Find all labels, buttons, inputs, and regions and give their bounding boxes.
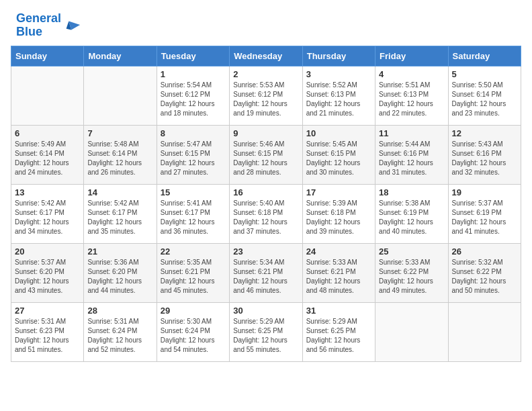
day-info: Sunrise: 5:46 AM Sunset: 6:15 PM Dayligh… [233, 140, 298, 177]
calendar-cell: 26Sunrise: 5:32 AM Sunset: 6:22 PM Dayli… [448, 243, 521, 302]
day-number: 22 [161, 246, 226, 257]
weekday-wednesday: Wednesday [230, 46, 302, 66]
day-number: 20 [15, 246, 80, 257]
day-info: Sunrise: 5:31 AM Sunset: 6:24 PM Dayligh… [87, 317, 152, 355]
calendar-cell: 24Sunrise: 5:33 AM Sunset: 6:21 PM Dayli… [302, 243, 375, 302]
logo-text2: Blue [16, 26, 61, 39]
calendar-cell: 29Sunrise: 5:30 AM Sunset: 6:24 PM Dayli… [157, 302, 229, 361]
calendar-cell: 28Sunrise: 5:31 AM Sunset: 6:24 PM Dayli… [84, 302, 157, 361]
calendar-cell: 22Sunrise: 5:35 AM Sunset: 6:21 PM Dayli… [157, 243, 229, 302]
day-info: Sunrise: 5:32 AM Sunset: 6:22 PM Dayligh… [452, 258, 517, 295]
calendar-cell: 25Sunrise: 5:33 AM Sunset: 6:22 PM Dayli… [375, 243, 448, 302]
calendar-cell: 10Sunrise: 5:45 AM Sunset: 6:15 PM Dayli… [302, 125, 375, 184]
calendar-cell: 17Sunrise: 5:39 AM Sunset: 6:18 PM Dayli… [302, 184, 375, 243]
day-info: Sunrise: 5:51 AM Sunset: 6:13 PM Dayligh… [379, 81, 444, 118]
week-row-1: 1Sunrise: 5:54 AM Sunset: 6:12 PM Daylig… [11, 66, 521, 125]
day-number: 3 [306, 69, 371, 79]
day-number: 7 [87, 128, 152, 138]
calendar-cell: 4Sunrise: 5:51 AM Sunset: 6:13 PM Daylig… [375, 66, 448, 125]
day-info: Sunrise: 5:43 AM Sunset: 6:16 PM Dayligh… [452, 140, 517, 177]
calendar-cell: 21Sunrise: 5:36 AM Sunset: 6:20 PM Dayli… [84, 243, 157, 302]
calendar-cell: 9Sunrise: 5:46 AM Sunset: 6:15 PM Daylig… [230, 125, 302, 184]
day-number: 10 [306, 128, 371, 138]
day-number: 21 [87, 246, 152, 257]
logo-text: General [16, 12, 61, 26]
day-info: Sunrise: 5:33 AM Sunset: 6:22 PM Dayligh… [379, 258, 444, 295]
calendar-cell: 1Sunrise: 5:54 AM Sunset: 6:12 PM Daylig… [157, 66, 229, 125]
day-number: 24 [306, 246, 371, 257]
day-info: Sunrise: 5:40 AM Sunset: 6:18 PM Dayligh… [233, 199, 298, 236]
weekday-sunday: Sunday [11, 46, 84, 66]
day-info: Sunrise: 5:31 AM Sunset: 6:23 PM Dayligh… [15, 317, 80, 355]
weekday-header-row: SundayMondayTuesdayWednesdayThursdayFrid… [11, 46, 521, 66]
day-number: 25 [379, 246, 444, 257]
calendar-cell: 30Sunrise: 5:29 AM Sunset: 6:25 PM Dayli… [230, 302, 302, 361]
day-number: 16 [233, 187, 298, 197]
calendar-container: SundayMondayTuesdayWednesdayThursdayFrid… [0, 46, 532, 373]
day-number: 13 [15, 187, 80, 197]
day-info: Sunrise: 5:49 AM Sunset: 6:14 PM Dayligh… [15, 140, 80, 177]
day-number: 17 [306, 187, 371, 197]
day-number: 9 [233, 128, 298, 138]
day-info: Sunrise: 5:29 AM Sunset: 6:25 PM Dayligh… [233, 317, 298, 355]
day-number: 2 [233, 69, 298, 79]
day-number: 30 [233, 306, 298, 316]
calendar-cell: 16Sunrise: 5:40 AM Sunset: 6:18 PM Dayli… [230, 184, 302, 243]
day-info: Sunrise: 5:52 AM Sunset: 6:13 PM Dayligh… [306, 81, 371, 118]
logo: General Blue [16, 12, 81, 39]
weekday-friday: Friday [375, 46, 448, 66]
day-info: Sunrise: 5:44 AM Sunset: 6:16 PM Dayligh… [379, 140, 444, 177]
calendar-cell: 19Sunrise: 5:37 AM Sunset: 6:19 PM Dayli… [448, 184, 521, 243]
day-number: 19 [452, 187, 517, 197]
day-info: Sunrise: 5:47 AM Sunset: 6:15 PM Dayligh… [161, 140, 226, 177]
weekday-tuesday: Tuesday [157, 46, 229, 66]
day-info: Sunrise: 5:50 AM Sunset: 6:14 PM Dayligh… [452, 81, 517, 118]
day-info: Sunrise: 5:45 AM Sunset: 6:15 PM Dayligh… [306, 140, 371, 177]
calendar-cell: 13Sunrise: 5:42 AM Sunset: 6:17 PM Dayli… [11, 184, 84, 243]
calendar-cell: 2Sunrise: 5:53 AM Sunset: 6:12 PM Daylig… [230, 66, 302, 125]
calendar-cell [448, 302, 521, 361]
calendar-cell: 18Sunrise: 5:38 AM Sunset: 6:19 PM Dayli… [375, 184, 448, 243]
day-number: 29 [161, 306, 226, 316]
week-row-5: 27Sunrise: 5:31 AM Sunset: 6:23 PM Dayli… [11, 302, 521, 361]
day-info: Sunrise: 5:38 AM Sunset: 6:19 PM Dayligh… [379, 199, 444, 236]
day-number: 26 [452, 246, 517, 257]
calendar-cell: 12Sunrise: 5:43 AM Sunset: 6:16 PM Dayli… [448, 125, 521, 184]
day-number: 8 [161, 128, 226, 138]
calendar-cell [11, 66, 84, 125]
day-number: 31 [306, 306, 371, 316]
calendar-cell: 27Sunrise: 5:31 AM Sunset: 6:23 PM Dayli… [11, 302, 84, 361]
day-number: 4 [379, 69, 444, 79]
day-info: Sunrise: 5:37 AM Sunset: 6:19 PM Dayligh… [452, 199, 517, 236]
day-info: Sunrise: 5:33 AM Sunset: 6:21 PM Dayligh… [306, 258, 371, 295]
day-info: Sunrise: 5:36 AM Sunset: 6:20 PM Dayligh… [87, 258, 152, 295]
day-info: Sunrise: 5:39 AM Sunset: 6:18 PM Dayligh… [306, 199, 371, 236]
calendar-table: SundayMondayTuesdayWednesdayThursdayFrid… [11, 46, 521, 362]
weekday-monday: Monday [84, 46, 157, 66]
calendar-cell: 20Sunrise: 5:37 AM Sunset: 6:20 PM Dayli… [11, 243, 84, 302]
day-number: 11 [379, 128, 444, 138]
day-info: Sunrise: 5:35 AM Sunset: 6:21 PM Dayligh… [161, 258, 226, 295]
day-info: Sunrise: 5:42 AM Sunset: 6:17 PM Dayligh… [87, 199, 152, 236]
calendar-cell: 31Sunrise: 5:29 AM Sunset: 6:25 PM Dayli… [302, 302, 375, 361]
day-number: 14 [87, 187, 152, 197]
day-number: 15 [161, 187, 226, 197]
day-number: 18 [379, 187, 444, 197]
day-info: Sunrise: 5:54 AM Sunset: 6:12 PM Dayligh… [161, 81, 226, 118]
day-number: 27 [15, 306, 80, 316]
calendar-cell [375, 302, 448, 361]
week-row-2: 6Sunrise: 5:49 AM Sunset: 6:14 PM Daylig… [11, 125, 521, 184]
calendar-cell: 14Sunrise: 5:42 AM Sunset: 6:17 PM Dayli… [84, 184, 157, 243]
week-row-4: 20Sunrise: 5:37 AM Sunset: 6:20 PM Dayli… [11, 243, 521, 302]
day-info: Sunrise: 5:29 AM Sunset: 6:25 PM Dayligh… [306, 317, 371, 355]
calendar-cell: 5Sunrise: 5:50 AM Sunset: 6:14 PM Daylig… [448, 66, 521, 125]
calendar-cell: 3Sunrise: 5:52 AM Sunset: 6:13 PM Daylig… [302, 66, 375, 125]
day-info: Sunrise: 5:30 AM Sunset: 6:24 PM Dayligh… [161, 317, 226, 355]
calendar-cell: 7Sunrise: 5:48 AM Sunset: 6:14 PM Daylig… [84, 125, 157, 184]
day-number: 6 [15, 128, 80, 138]
calendar-cell: 11Sunrise: 5:44 AM Sunset: 6:16 PM Dayli… [375, 125, 448, 184]
logo-icon [62, 16, 81, 35]
day-number: 23 [233, 246, 298, 257]
day-number: 1 [161, 69, 226, 79]
day-info: Sunrise: 5:53 AM Sunset: 6:12 PM Dayligh… [233, 81, 298, 118]
